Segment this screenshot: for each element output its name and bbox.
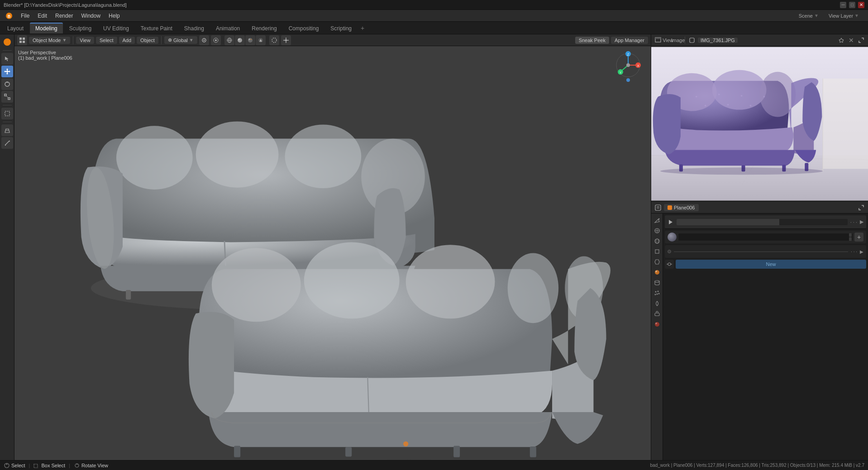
image-minus-icon[interactable]: ✕	[847, 36, 855, 44]
3d-viewport-scene[interactable]: User Perspective (1) bad_work | Plane006…	[14, 46, 651, 460]
menubar: B File Edit Render Window Help Scene ▼ V…	[0, 10, 868, 22]
menu-help[interactable]: Help	[105, 12, 124, 20]
proportional-edit-icon[interactable]	[211, 35, 221, 45]
props-icon-physics[interactable]	[652, 299, 662, 309]
new-material-button[interactable]: New	[676, 260, 866, 269]
material-preview-icon[interactable]	[245, 35, 255, 45]
tab-texture-paint[interactable]: Texture Paint	[135, 23, 178, 33]
main-layout: Object Mode ▼ View Select Add Object ⊕ G…	[0, 34, 868, 460]
image-expand-icon[interactable]	[857, 36, 865, 44]
tab-shading[interactable]: Shading	[179, 23, 210, 33]
props-icon-constraints[interactable]	[652, 309, 662, 319]
timeline-expand[interactable]: ▶	[860, 219, 863, 225]
svg-point-72	[403, 442, 408, 446]
material-slot-section: +	[665, 231, 866, 243]
tool-transform[interactable]	[1, 108, 13, 119]
timeline-track[interactable]	[677, 219, 848, 225]
editor-type-icon[interactable]	[17, 35, 27, 45]
material-node-icon[interactable]	[665, 260, 674, 269]
svg-point-84	[696, 96, 697, 98]
sneak-peek-button[interactable]: Sneak Peek	[575, 37, 609, 44]
overlay-icon[interactable]	[269, 35, 279, 45]
add-menu[interactable]: Add	[119, 37, 135, 44]
maximize-button[interactable]: □	[849, 2, 855, 8]
image-viewer-content[interactable]	[651, 46, 868, 201]
svg-point-105	[656, 239, 658, 243]
props-icon-render[interactable]	[652, 319, 662, 329]
select-status-label: Select	[11, 463, 25, 468]
sneak-peek-label: Sneak Peek	[579, 38, 606, 43]
props-icon-object[interactable]	[652, 247, 662, 256]
properties-editor-icon[interactable]	[654, 204, 662, 212]
material-scroll-area[interactable]	[678, 233, 853, 241]
tool-cursor[interactable]	[1, 53, 13, 65]
snap-icon[interactable]	[199, 35, 209, 45]
solid-mode-icon[interactable]	[235, 35, 245, 45]
image-pin-icon[interactable]	[837, 36, 845, 44]
new-material-row: New	[665, 260, 866, 269]
object-name-display[interactable]: Plane006	[664, 204, 699, 211]
select-menu[interactable]: Select	[96, 37, 117, 44]
tab-rendering[interactable]: Rendering	[246, 23, 282, 33]
timeline-play-icon[interactable]	[668, 219, 674, 225]
image-menu[interactable]: Image	[674, 36, 682, 44]
props-icon-scene[interactable]	[652, 226, 662, 236]
tool-move[interactable]	[1, 66, 13, 77]
gizmo-icon[interactable]	[281, 35, 291, 45]
props-icon-material[interactable]	[652, 267, 662, 277]
props-icon-data[interactable]	[652, 278, 662, 288]
svg-rect-71	[530, 446, 536, 457]
tool-measure[interactable]	[1, 137, 13, 149]
menu-window[interactable]: Window	[77, 12, 104, 20]
svg-point-62	[205, 460, 613, 460]
menu-edit[interactable]: Edit	[34, 12, 51, 20]
object-mode-dropdown[interactable]: Object Mode ▼	[29, 37, 70, 44]
wireframe-mode-icon[interactable]	[224, 35, 234, 45]
image-slot-icon[interactable]	[688, 36, 696, 44]
properties-content-area: · · · ▶	[663, 214, 868, 460]
tab-scripting[interactable]: Scripting	[325, 23, 357, 33]
svg-point-110	[655, 291, 656, 293]
tab-modeling[interactable]: Modeling	[30, 23, 63, 33]
rendered-mode-icon[interactable]	[256, 35, 266, 45]
image-filename[interactable]: IMG_7361.JPG	[698, 38, 738, 43]
view-menu[interactable]: View	[76, 37, 94, 44]
node-expand-icon[interactable]: ▶	[860, 249, 863, 254]
toolbar-blender-logo[interactable]	[1, 36, 13, 48]
tool-rotate[interactable]	[1, 78, 13, 90]
props-icon-modifiers[interactable]	[652, 257, 662, 267]
tab-compositing[interactable]: Compositing	[283, 23, 324, 33]
toolbar-separator-1	[3, 50, 12, 51]
svg-point-65	[406, 245, 495, 318]
menu-blender[interactable]: B	[2, 11, 16, 20]
viewport-header: Object Mode ▼ View Select Add Object ⊕ G…	[14, 34, 651, 46]
props-expand-icon[interactable]	[857, 204, 865, 212]
svg-rect-106	[655, 250, 659, 253]
menu-render[interactable]: Render	[52, 12, 76, 20]
transform-dropdown[interactable]: ⊕ Global ▼	[164, 36, 197, 44]
props-icon-particles[interactable]	[652, 288, 662, 298]
minimize-button[interactable]: ─	[840, 2, 846, 8]
tab-uv-editing[interactable]: UV Editing	[98, 23, 134, 33]
app-manager-button[interactable]: App Manager	[611, 37, 648, 44]
material-add-button[interactable]: +	[854, 233, 863, 242]
tab-layout[interactable]: Layout	[2, 23, 29, 33]
navigation-gizmo[interactable]: X Y Z	[615, 51, 642, 82]
tool-annotate[interactable]	[1, 124, 13, 136]
tab-animation[interactable]: Animation	[210, 23, 245, 33]
image-editor-type-icon[interactable]	[654, 36, 662, 44]
tool-scale[interactable]	[1, 91, 13, 103]
tab-sculpting[interactable]: Sculpting	[64, 23, 97, 33]
svg-point-2	[4, 38, 11, 46]
select-label: Select	[100, 38, 114, 43]
material-scroll-down[interactable]	[849, 237, 852, 241]
props-icon-world[interactable]	[652, 236, 662, 246]
material-scroll-up[interactable]	[849, 233, 852, 237]
add-workspace-button[interactable]: +	[358, 24, 367, 33]
object-name-text: Plane006	[674, 205, 695, 210]
props-icon-tool[interactable]	[652, 215, 662, 225]
close-button[interactable]: ✕	[858, 2, 864, 8]
image-viewer-top-header: View Image IMG_7361.JPG ✕	[651, 34, 868, 46]
object-menu[interactable]: Object	[137, 37, 158, 44]
menu-file[interactable]: File	[17, 12, 33, 20]
